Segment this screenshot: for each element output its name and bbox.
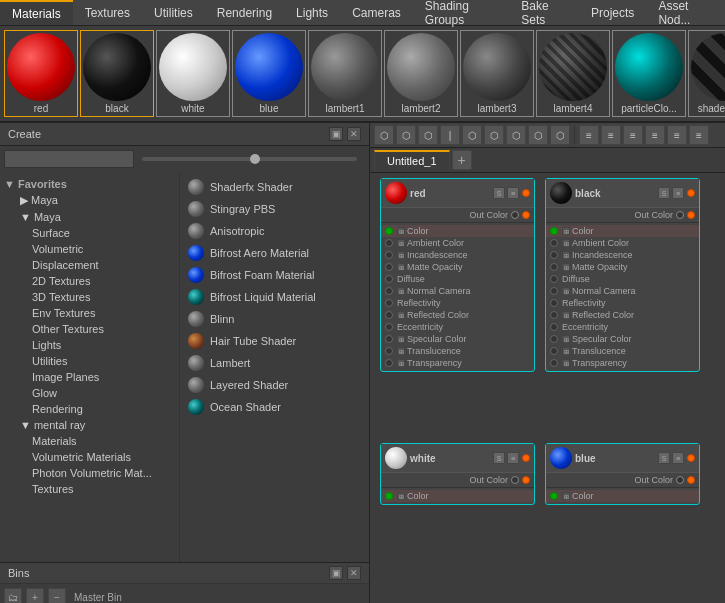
menu-textures[interactable]: Textures — [73, 0, 142, 25]
tree-item-3d-textures[interactable]: 3D Textures — [0, 289, 179, 305]
node-port-diffuse-black[interactable] — [550, 275, 558, 283]
create-icon-collapse[interactable]: ▣ — [329, 127, 343, 141]
node-icon-s-white[interactable]: S — [493, 452, 505, 464]
tab-add-button[interactable]: + — [452, 150, 472, 170]
node-port-outcolor2-white[interactable] — [522, 476, 530, 484]
node-port-incandescence-black[interactable] — [550, 251, 558, 259]
toolbar-btn-3[interactable]: ⬡ — [418, 125, 438, 145]
node-graph[interactable]: red S ≡ Out Color ⊞ Color — [370, 173, 725, 603]
node-card-blue[interactable]: blue S ≡ Out Color ⊞ Color — [545, 443, 700, 505]
node-port-outcolor-blue[interactable] — [676, 476, 684, 484]
node-port-normal-black[interactable] — [550, 287, 558, 295]
bins-icon-folder[interactable]: 🗂 — [4, 588, 22, 603]
node-port-eccentricity-red[interactable] — [385, 323, 393, 331]
toolbar-btn-12[interactable]: ≡ — [623, 125, 643, 145]
shader-lambert[interactable]: Lambert — [184, 352, 365, 374]
node-port-color-black[interactable] — [550, 227, 558, 235]
node-icon-e-white[interactable]: ≡ — [507, 452, 519, 464]
tree-item-image-planes[interactable]: Image Planes — [0, 369, 179, 385]
toolbar-btn-15[interactable]: ≡ — [689, 125, 709, 145]
shader-bifrost-aero[interactable]: Bifrost Aero Material — [184, 242, 365, 264]
node-port-transparency-red[interactable] — [385, 359, 393, 367]
tree-item-2d-textures[interactable]: 2D Textures — [0, 273, 179, 289]
node-port-reflected-black[interactable] — [550, 311, 558, 319]
node-icon-s-black[interactable]: S — [658, 187, 670, 199]
tree-item-mr-materials[interactable]: Materials — [0, 433, 179, 449]
node-port-outcolor-white[interactable] — [511, 476, 519, 484]
node-port-outcolor-black[interactable] — [676, 211, 684, 219]
node-card-white[interactable]: white S ≡ Out Color ⊞ Color — [380, 443, 535, 505]
node-port-specular-black[interactable] — [550, 335, 558, 343]
shader-bifrost-liquid[interactable]: Bifrost Liquid Material — [184, 286, 365, 308]
toolbar-btn-6[interactable]: ⬡ — [484, 125, 504, 145]
slider[interactable] — [142, 157, 357, 161]
material-lambert4[interactable]: lambert4 — [536, 30, 610, 117]
node-port-reflected-red[interactable] — [385, 311, 393, 319]
material-blue[interactable]: blue — [232, 30, 306, 117]
node-card-black[interactable]: black S ≡ Out Color ⊞ Color — [545, 178, 700, 372]
menu-bake-sets[interactable]: Bake Sets — [509, 0, 579, 25]
menu-rendering[interactable]: Rendering — [205, 0, 284, 25]
node-port-outcolor2-black[interactable] — [687, 211, 695, 219]
menu-utilities[interactable]: Utilities — [142, 0, 205, 25]
menu-lights[interactable]: Lights — [284, 0, 340, 25]
node-icon-e-red[interactable]: ≡ — [507, 187, 519, 199]
node-port-specular-red[interactable] — [385, 335, 393, 343]
tree-item-maya2[interactable]: ▼ Maya — [0, 209, 179, 225]
bins-icon-delete[interactable]: − — [48, 588, 66, 603]
tree-item-maya1[interactable]: ▶ Maya — [0, 192, 179, 209]
shader-layered[interactable]: Layered Shader — [184, 374, 365, 396]
node-port-reflectivity-black[interactable] — [550, 299, 558, 307]
node-port-outcolor2-blue[interactable] — [687, 476, 695, 484]
node-port-incandescence-red[interactable] — [385, 251, 393, 259]
node-port-reflectivity-red[interactable] — [385, 299, 393, 307]
toolbar-btn-9[interactable]: ⬡ — [550, 125, 570, 145]
toolbar-btn-4[interactable]: | — [440, 125, 460, 145]
toolbar-btn-7[interactable]: ⬡ — [506, 125, 526, 145]
menu-shading-groups[interactable]: Shading Groups — [413, 0, 509, 25]
toolbar-btn-11[interactable]: ≡ — [601, 125, 621, 145]
node-port-translucence-red[interactable] — [385, 347, 393, 355]
node-port-diffuse-red[interactable] — [385, 275, 393, 283]
node-port-normal-red[interactable] — [385, 287, 393, 295]
shader-hair-tube[interactable]: Hair Tube Shader — [184, 330, 365, 352]
node-port-color-red[interactable] — [385, 227, 393, 235]
shader-blinn[interactable]: Blinn — [184, 308, 365, 330]
create-icon-close[interactable]: ✕ — [347, 127, 361, 141]
tree-item-rendering[interactable]: Rendering — [0, 401, 179, 417]
node-port-right-header-red[interactable] — [522, 189, 530, 197]
node-port-color-white[interactable] — [385, 492, 393, 500]
menu-materials[interactable]: Materials — [0, 0, 73, 25]
tree-item-photon-vol[interactable]: Photon Volumetric Mat... — [0, 465, 179, 481]
tree-item-volumetric[interactable]: Volumetric — [0, 241, 179, 257]
node-port-ambient-black[interactable] — [550, 239, 558, 247]
toolbar-btn-14[interactable]: ≡ — [667, 125, 687, 145]
node-port-outcolor2-red[interactable] — [522, 211, 530, 219]
toolbar-btn-13[interactable]: ≡ — [645, 125, 665, 145]
tree-item-textures[interactable]: Textures — [0, 481, 179, 497]
tree-item-other-textures[interactable]: Other Textures — [0, 321, 179, 337]
tree-item-lights[interactable]: Lights — [0, 337, 179, 353]
material-white[interactable]: white — [156, 30, 230, 117]
tree-item-vol-materials[interactable]: Volumetric Materials — [0, 449, 179, 465]
bins-icon-collapse[interactable]: ▣ — [329, 566, 343, 580]
tree-item-env-textures[interactable]: Env Textures — [0, 305, 179, 321]
shader-anisotropic[interactable]: Anisotropic — [184, 220, 365, 242]
material-black[interactable]: black — [80, 30, 154, 117]
menu-cameras[interactable]: Cameras — [340, 0, 413, 25]
shader-ocean[interactable]: Ocean Shader — [184, 396, 365, 418]
node-icon-s-blue[interactable]: S — [658, 452, 670, 464]
node-port-right-header-blue[interactable] — [687, 454, 695, 462]
node-port-eccentricity-black[interactable] — [550, 323, 558, 331]
shader-stingray[interactable]: Stingray PBS — [184, 198, 365, 220]
node-icon-e-blue[interactable]: ≡ — [672, 452, 684, 464]
node-port-right-header-white[interactable] — [522, 454, 530, 462]
toolbar-btn-10[interactable]: ≡ — [579, 125, 599, 145]
node-port-ambient-red[interactable] — [385, 239, 393, 247]
tree-item-utilities[interactable]: Utilities — [0, 353, 179, 369]
node-port-matte-black[interactable] — [550, 263, 558, 271]
toolbar-btn-8[interactable]: ⬡ — [528, 125, 548, 145]
material-red[interactable]: red — [4, 30, 78, 117]
node-port-outcolor-red[interactable] — [511, 211, 519, 219]
menu-projects[interactable]: Projects — [579, 0, 646, 25]
